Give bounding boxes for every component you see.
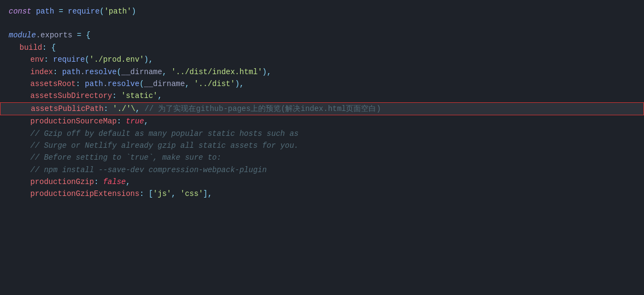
var-path: path — [36, 5, 54, 17]
code-editor: const path = require('path') module.expo… — [0, 0, 644, 295]
code-line-13: // npm install --save-dev compression-we… — [0, 164, 644, 176]
code-line-2: module.exports = { — [0, 29, 644, 41]
keyword-const: const — [9, 5, 36, 17]
empty-line — [0, 17, 644, 29]
code-line-15: productionGzipExtensions: ['js', 'css'], — [0, 188, 644, 200]
code-line-11: // Surge or Netlify already gzip all sta… — [0, 140, 644, 152]
code-line-8-highlighted: assetsPublicPath: './'\, // 为了实现在github-… — [0, 102, 644, 115]
code-line-10: // Gzip off by default as many popular s… — [0, 128, 644, 140]
code-line-6: assetsRoot: path.resolve(__dirname, '../… — [0, 78, 644, 90]
code-line-1: const path = require('path') — [0, 5, 644, 17]
code-line-3: build: { — [0, 42, 644, 54]
keyword-module: module — [9, 29, 36, 41]
code-line-9: productionSourceMap: true, — [0, 115, 644, 127]
code-line-14: productionGzip: false, — [0, 176, 644, 188]
code-line-4: env: require('./prod.env'), — [0, 54, 644, 65]
code-line-7: assetsSubDirectory: 'static', — [0, 90, 644, 102]
code-line-12: // Before setting to `true`, make sure t… — [0, 152, 644, 163]
code-line-5: index: path.resolve(__dirname, '../dist/… — [0, 66, 644, 78]
